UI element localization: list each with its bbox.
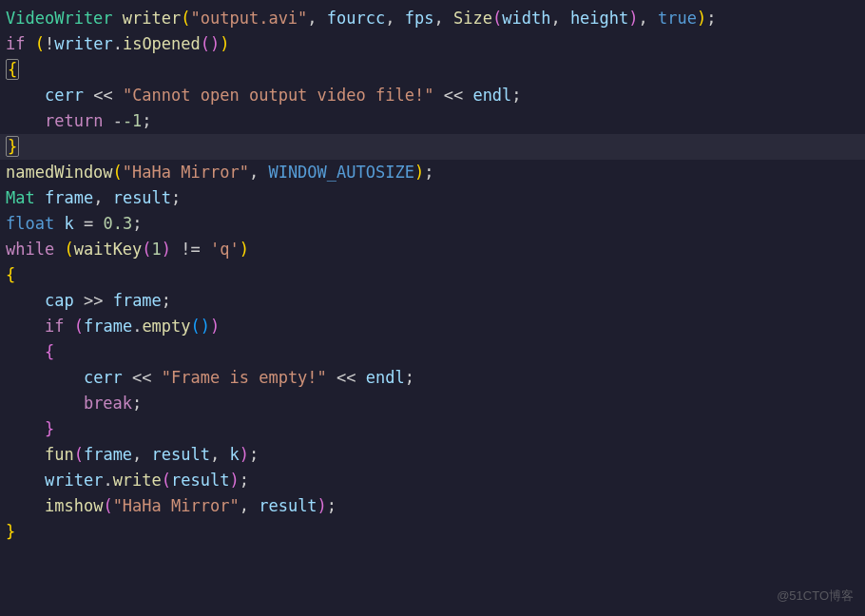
const-window-autosize: WINDOW_AUTOSIZE — [268, 163, 414, 182]
kw-if: if — [6, 34, 25, 53]
num-literal: 1 — [152, 240, 162, 259]
kw-break: break — [84, 394, 132, 413]
brace-open: { — [6, 59, 19, 80]
kw-if: if — [45, 317, 64, 336]
method-write: write — [113, 471, 162, 490]
type-Mat: Mat — [6, 188, 35, 207]
brace-open: { — [6, 265, 15, 284]
code-block: VideoWriter writer("output.avi", fourcc,… — [0, 0, 865, 545]
brace-open: { — [45, 342, 54, 361]
ident-k: k — [64, 214, 73, 233]
ident-height: height — [570, 9, 628, 28]
ident-cerr: cerr — [84, 368, 123, 387]
ident-fourcc: fourcc — [327, 9, 385, 28]
size-ctor: Size — [453, 9, 492, 28]
brace-close: } — [45, 419, 54, 438]
ident-endl: endl — [366, 368, 405, 387]
ident-endl: endl — [472, 86, 511, 105]
fn-imshow: imshow — [45, 496, 103, 515]
ident-frame: frame — [84, 317, 132, 336]
ident-result: result — [259, 496, 317, 515]
writer-ctor: writer — [123, 9, 181, 28]
string-literal: "output.avi" — [191, 9, 308, 28]
fn-fun: fun — [45, 445, 74, 464]
string-literal: "HaHa Mirror" — [123, 163, 249, 182]
ident-frame: frame — [84, 445, 132, 464]
ident-frame: frame — [113, 291, 162, 310]
type-float: float — [6, 214, 54, 233]
kw-while: while — [6, 240, 54, 259]
fn-namedWindow: namedWindow — [6, 163, 113, 182]
watermark: @51CTO博客 — [777, 583, 854, 608]
ident-width: width — [502, 9, 550, 28]
method-isOpened: isOpened — [123, 34, 201, 53]
ident-k: k — [230, 445, 240, 464]
ident-cap: cap — [45, 291, 74, 310]
brace-close: } — [6, 136, 19, 157]
ident-frame: frame — [45, 188, 93, 207]
ident-cerr: cerr — [45, 86, 84, 105]
num-literal: -1 — [123, 111, 142, 130]
ident-writer: writer — [45, 471, 103, 490]
ident-writer: writer — [54, 34, 112, 53]
char-literal: 'q' — [210, 240, 240, 259]
brace-close: } — [6, 522, 15, 541]
kw-return: return — [45, 111, 103, 130]
type-VideoWriter: VideoWriter — [6, 9, 113, 28]
ident-fps: fps — [405, 9, 434, 28]
num-literal: 0.3 — [103, 214, 132, 233]
ident-result: result — [113, 188, 171, 207]
const-true: true — [658, 9, 697, 28]
fn-waitKey: waitKey — [74, 240, 143, 259]
ident-result: result — [171, 471, 229, 490]
string-literal: "Cannot open output video file!" — [123, 86, 434, 105]
method-empty: empty — [142, 317, 190, 336]
string-literal: "HaHa Mirror" — [113, 496, 240, 515]
string-literal: "Frame is empty!" — [162, 368, 327, 387]
ident-result: result — [152, 445, 210, 464]
